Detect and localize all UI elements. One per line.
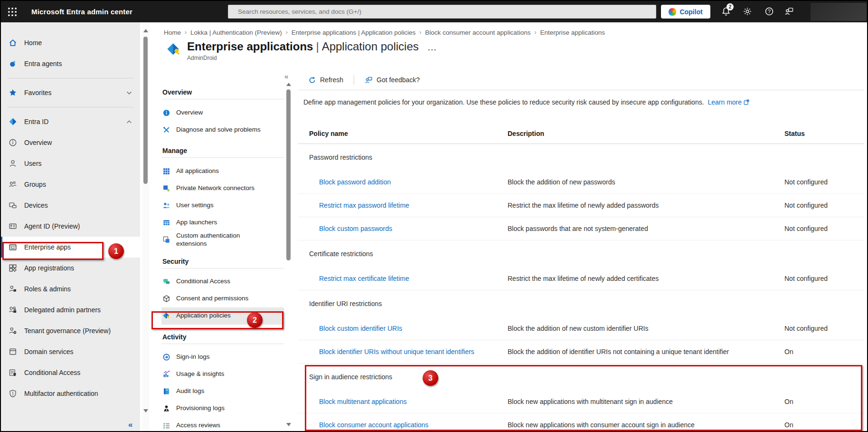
refresh-button[interactable]: Refresh (308, 76, 343, 84)
scroll-up-icon[interactable] (286, 83, 291, 86)
column-policy-name: Policy name (309, 130, 508, 137)
nav-item-label: Audit logs (176, 387, 204, 395)
sidebar-item-domain-services[interactable]: Domain services (1, 341, 140, 362)
policy-name-link[interactable]: Block custom passwords (309, 225, 508, 232)
gear-icon[interactable] (743, 7, 752, 16)
nav-item-consent-and-permissions[interactable]: Consent and permissions (161, 290, 284, 307)
nav-item-label: Diagnose and solve problems (176, 126, 261, 134)
policy-name-link[interactable]: Block identifier URIs without unique ten… (309, 348, 508, 355)
nav-item-all-applications[interactable]: All applications (161, 163, 284, 180)
got-feedback-button[interactable]: Got feedback? (365, 76, 420, 84)
policy-group-row-password-restrictions: Password restrictions (298, 144, 864, 171)
search-input[interactable] (237, 8, 651, 16)
nav-item-audit-logs[interactable]: Audit logs (161, 383, 284, 400)
policy-description: Block the addition of new passwords (508, 178, 784, 186)
account-area[interactable] (811, 3, 867, 21)
sidebar-item-overview[interactable]: Overview (1, 132, 140, 153)
feedback-icon[interactable] (784, 7, 794, 16)
nav-section-header: Activity (161, 331, 284, 343)
page-menu-ellipsis[interactable]: … (427, 42, 438, 52)
sidebar-item-enterprise-apps[interactable]: Enterprise apps (1, 237, 140, 258)
copilot-button[interactable]: Copilot (661, 5, 710, 19)
nav-item-sign-in-logs[interactable]: Sign-in logs (161, 349, 284, 366)
sidebar-collapse-button[interactable]: « (128, 420, 132, 430)
waffle-menu-icon[interactable] (8, 7, 17, 17)
provisioning-logs-icon (162, 404, 170, 413)
sidebar-item-app-registrations[interactable]: App registrations (1, 258, 140, 278)
nav-section-manage: ManageAll applicationsPrivate Network co… (161, 145, 284, 249)
sidebar-item-multifactor-authentication[interactable]: Multifactor authentication (1, 383, 140, 404)
access-reviews-icon (162, 422, 170, 430)
pane-scrollbar[interactable] (142, 23, 149, 431)
sidebar-item-label: Favorites (24, 89, 119, 96)
sidebar-item-entra-agents[interactable]: Entra agents (1, 53, 140, 74)
policy-name-link[interactable]: Restrict max certificate lifetime (309, 275, 508, 282)
nav-item-application-policies[interactable]: Application policies (161, 307, 284, 325)
policy-name-link[interactable]: Restrict max password lifetime (309, 202, 508, 209)
nav-item-conditional-access[interactable]: Conditional Access (161, 273, 284, 290)
sidebar-item-devices[interactable]: Devices (1, 195, 140, 216)
sidebar-item-groups[interactable]: Groups (1, 174, 140, 195)
domain-services-icon (9, 347, 17, 356)
nav-item-app-launchers[interactable]: App launchers (161, 214, 284, 231)
policy-description: Restrict the max lifetime of newly added… (508, 275, 784, 282)
scroll-down-icon[interactable] (143, 409, 148, 413)
nav-item-usage-insights[interactable]: Usage & insights (161, 366, 284, 383)
sidebar-item-label: Enterprise apps (24, 243, 135, 251)
nav-item-label: Sign-in logs (176, 353, 210, 361)
private-network-icon (162, 184, 170, 192)
nav-scrollbar[interactable] (285, 71, 292, 431)
nav-item-label: Usage & insights (176, 370, 224, 378)
global-search[interactable] (228, 5, 656, 19)
scrollbar-thumb[interactable] (286, 89, 291, 260)
sidebar-item-entra-id[interactable]: Entra ID (1, 111, 140, 132)
nav-item-private-network-connectors[interactable]: Private Network connectors (161, 180, 284, 197)
learn-more-link[interactable]: Learn more (708, 98, 742, 106)
nav-item-custom-authentication-extensions[interactable]: Custom authentication extensions (161, 231, 284, 249)
nav-item-access-reviews[interactable]: Access reviews (161, 417, 284, 432)
nav-item-overview[interactable]: Overview (161, 104, 284, 121)
policy-name-link[interactable]: Block consumer account applications (309, 421, 508, 429)
scroll-down-icon[interactable] (286, 423, 291, 426)
breadcrumb-item-lokka-authentication-preview[interactable]: Lokka | Authentication (Preview) (190, 29, 282, 36)
policy-name-link[interactable]: Block password addition (309, 178, 508, 186)
refresh-label: Refresh (320, 76, 343, 84)
help-icon[interactable]: ? (764, 7, 774, 16)
sidebar-item-roles-admins[interactable]: Roles & admins (1, 278, 140, 299)
enterprise-applications-app-icon (166, 42, 181, 57)
sidebar-item-conditional-access[interactable]: Conditional Access (1, 362, 140, 383)
nav-item-user-settings[interactable]: User settings (161, 197, 284, 214)
scroll-up-icon[interactable] (143, 29, 148, 32)
breadcrumb-item-home[interactable]: Home (164, 29, 181, 36)
policy-description: Block new applications with consumer acc… (508, 421, 784, 429)
sidebar-item-label: Groups (24, 181, 135, 188)
breadcrumb-item-block-consumer-account-applications[interactable]: Block consumer account applications (425, 29, 530, 36)
refresh-icon (308, 76, 316, 84)
sidebar-item-users[interactable]: Users (1, 153, 140, 174)
toolbar-divider (354, 75, 354, 85)
policy-description: Restrict the max lifetime of newly added… (508, 202, 784, 209)
sidebar-item-delegated-admin-partners[interactable]: Delegated admin partners (1, 299, 140, 320)
breadcrumb-item-enterprise-applications[interactable]: Enterprise applications (540, 29, 605, 36)
nav-item-provisioning-logs[interactable]: Provisioning logs (161, 400, 284, 417)
policy-group-label: Certificate restrictions (309, 250, 864, 258)
left-sidebar: HomeEntra agentsFavoritesEntra IDOvervie… (1, 22, 140, 431)
scrollbar-thumb[interactable] (143, 37, 148, 184)
sidebar-item-label: Users (24, 160, 135, 167)
policy-name-link[interactable]: Block multitenant applications (309, 398, 508, 405)
policy-row-restrict-max-password-lifetime: Restrict max password lifetimeRestrict t… (298, 194, 864, 217)
nav-item-diagnose-and-solve-problems[interactable]: Diagnose and solve problems (161, 121, 284, 138)
nav-section-overview: OverviewOverviewDiagnose and solve probl… (161, 86, 284, 138)
policy-group-row-identifier-uri-restrictions: Identifier URI restrictions (298, 290, 864, 317)
policy-row-block-custom-passwords: Block custom passwordsBlock passwords th… (298, 217, 864, 240)
sidebar-item-agent-id-preview[interactable]: Agent ID (Preview) (1, 216, 140, 237)
policy-group-row-sign-in-audience-restrictions: Sign in audience restrictions (298, 364, 864, 390)
copilot-logo-icon (669, 8, 676, 16)
breadcrumb-item-enterprise-applications-application-policies[interactable]: Enterprise applications | Application po… (292, 29, 416, 36)
sidebar-item-favorites[interactable]: Favorites (1, 82, 140, 103)
sidebar-item-tenant-governance-preview[interactable]: Tenant governance (Preview) (1, 320, 140, 341)
policy-name-link[interactable]: Block custom identifier URIs (309, 325, 508, 332)
sidebar-item-home[interactable]: Home (1, 32, 140, 53)
nav-item-label: Provisioning logs (176, 404, 225, 413)
nav-item-label: User settings (176, 202, 214, 210)
